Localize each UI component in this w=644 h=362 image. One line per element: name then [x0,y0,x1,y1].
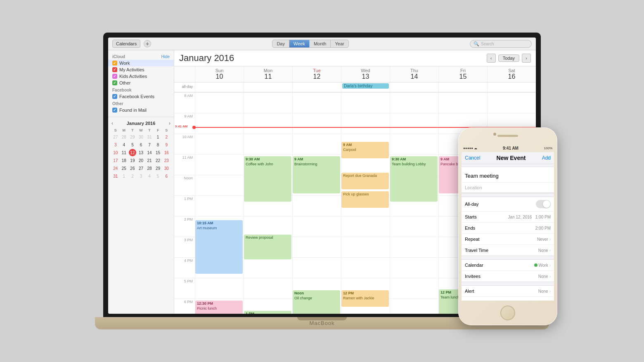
phone-row-repeat[interactable]: Repeat Never › [462,234,554,245]
phone-row-travel[interactable]: Travel Time None › [462,245,554,256]
mini-cal-day[interactable]: 29 [129,133,136,141]
mini-cal-day[interactable]: 23 [163,157,170,164]
mini-cal-next[interactable]: › [169,120,170,126]
current-time-label: 9:41 AM [175,125,187,128]
mini-cal-day[interactable]: 5 [154,172,162,180]
add-calendar-button[interactable]: + [144,40,151,47]
phone-row-ends[interactable]: Ends 2:00 PM [462,223,554,234]
mini-cal-day[interactable]: 30 [163,165,170,172]
mini-cal-day[interactable]: 13 [137,149,144,156]
my-activities-checkbox[interactable] [112,67,117,72]
sidebar-item-found-in-mail[interactable]: Found in Mail [108,107,174,113]
event-item[interactable]: Report due Granada [341,173,389,189]
kids-activities-checkbox[interactable] [112,74,117,79]
phone-cancel-button[interactable]: Cancel [465,155,480,161]
work-checkbox[interactable] [112,61,117,66]
phone-add-button[interactable]: Add [542,155,551,161]
cal-prev-btn[interactable]: ‹ [487,54,496,63]
facebook-section-header: Facebook [108,86,174,93]
sidebar-item-facebook-events[interactable]: Facebook Events [108,93,174,100]
mini-cal-day[interactable]: 24 [112,165,119,172]
view-month-button[interactable]: Month [310,40,331,47]
mini-cal-day[interactable]: 6 [137,141,144,148]
sidebar-item-work[interactable]: Work [108,60,174,66]
sidebar-item-my-activities-label: My Activities [119,67,144,72]
mini-cal-day[interactable]: 16 [163,149,170,156]
cell-sun-9 [195,113,244,134]
hide-button[interactable]: Hide [161,54,170,59]
mini-cal-day[interactable]: 31 [112,172,119,180]
phone-row-alert[interactable]: Alert None › [462,286,554,297]
mini-cal-day[interactable]: 27 [112,133,119,141]
mini-cal-day[interactable]: 19 [129,157,136,164]
sidebar-item-kids-activities[interactable]: Kids Activities [108,73,174,80]
event-item[interactable]: 9:30 AMCoffee with John [244,156,291,202]
event-item[interactable]: NoonOil change [293,290,340,314]
sidebar-item-other[interactable]: Other [108,80,174,86]
mini-cal-day[interactable]: 30 [137,133,144,141]
mini-cal-day[interactable]: 14 [146,149,153,156]
mini-cal-day[interactable]: 5 [129,141,136,148]
event-item[interactable]: 1 PMCatch up with Gilbert [244,311,291,314]
cell-sat-8 [487,92,536,113]
mini-cal-day[interactable]: 1 [154,133,162,141]
mini-cal-day[interactable]: 20 [137,157,144,164]
phone-row-calendar[interactable]: Calendar Work › [462,260,554,271]
mini-cal-day[interactable]: 21 [146,157,153,164]
view-day-button[interactable]: Day [272,40,289,47]
event-item[interactable]: 9 AMBrainstorming [293,156,340,193]
cal-next-btn[interactable]: › [522,54,531,63]
view-week-button[interactable]: Week [289,40,310,47]
mini-cal-day[interactable]: 31 [146,133,153,141]
phone-home-button[interactable] [500,306,515,320]
mini-cal-day[interactable]: 26 [129,165,136,172]
phone-location-field[interactable]: Location [462,183,554,193]
allday-event-darla[interactable]: Darla's birthday [342,83,389,89]
event-item[interactable]: 9:30 AMTeam building Lobby [390,156,438,202]
cal-today-btn[interactable]: Today [498,54,519,62]
allday-toggle[interactable] [536,200,551,208]
mini-cal-day[interactable]: 10 [112,149,119,156]
mini-cal-day[interactable]: 4 [120,141,128,148]
mini-cal-day[interactable]: 25 [120,165,128,172]
phone-row-show-as[interactable]: Show As Busy › [462,297,554,301]
mini-cal-prev[interactable]: ‹ [111,120,113,126]
mini-cal-day[interactable]: 2 [129,172,136,180]
calendars-button[interactable]: Calendars [112,40,140,48]
mini-cal-day[interactable]: 27 [137,165,144,172]
mini-cal-day[interactable]: 3 [112,141,119,148]
event-item[interactable]: Review proposal [244,235,291,259]
phone-row-invitees[interactable]: Invitees None › [462,271,554,282]
mini-cal-day[interactable]: 8 [154,141,162,148]
mini-cal-day[interactable]: 9 [163,141,170,148]
mini-cal-day[interactable]: 6 [163,172,170,180]
allday-cell-mon [244,82,292,92]
search-box[interactable]: 🔍 Search [470,40,532,48]
event-item[interactable]: 12 PMRamen with Jackie [341,290,389,307]
mini-cal-day[interactable]: 11 [120,149,128,156]
mini-cal-day[interactable]: 15 [154,149,162,156]
mini-cal-day[interactable]: 2 [163,133,170,141]
mini-cal-day[interactable]: 22 [154,157,162,164]
mini-cal-day[interactable]: 28 [146,165,153,172]
mini-cal-day[interactable]: 29 [154,165,162,172]
facebook-events-checkbox[interactable] [112,94,117,99]
mini-cal-day[interactable]: 28 [120,133,128,141]
mini-cal-day[interactable]: 4 [146,172,153,180]
mini-cal-day[interactable]: 7 [146,141,153,148]
mini-cal-day[interactable]: 3 [137,172,144,180]
mini-cal-day[interactable]: 17 [112,157,119,164]
phone-event-title[interactable]: Team meeting [462,169,554,183]
event-item[interactable]: Pick up glasses [341,191,389,208]
event-item[interactable]: 12:30 PMPicnic lunch [195,301,243,314]
sidebar-item-my-activities[interactable]: My Activities [108,66,174,73]
event-item[interactable]: 9 AMCarpool [341,142,389,158]
phone-row-starts[interactable]: Starts Jan 12, 2016 1:00 PM [462,212,554,223]
view-year-button[interactable]: Year [331,40,348,47]
other-checkbox[interactable] [112,80,117,85]
mini-cal-day-today[interactable]: 12 [129,149,136,156]
found-in-mail-checkbox[interactable] [112,108,117,113]
mini-cal-day[interactable]: 1 [120,172,128,180]
event-item[interactable]: 10:15 AMArt museum [195,220,243,274]
mini-cal-day[interactable]: 18 [120,157,128,164]
